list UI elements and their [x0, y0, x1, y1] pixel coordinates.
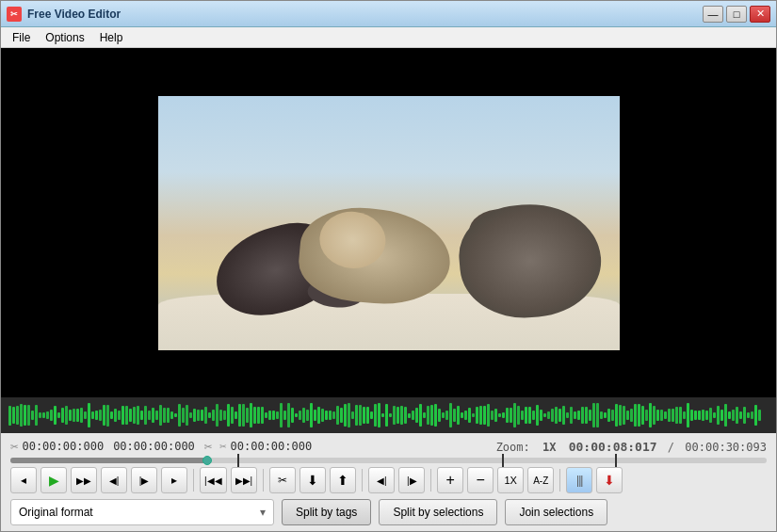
video-scene — [158, 96, 620, 350]
cut-button[interactable]: ✂ — [269, 467, 296, 493]
video-area — [1, 48, 776, 397]
waveform — [8, 402, 769, 428]
split-by-selections-button[interactable]: Split by selections — [379, 499, 497, 525]
play-button[interactable]: ▶ — [40, 467, 67, 493]
timecode-end: 00:00:00:000 — [113, 440, 195, 453]
export-button[interactable]: ⬇ — [596, 467, 623, 493]
zoom-out-button[interactable]: − — [467, 467, 494, 493]
menu-help[interactable]: Help — [92, 29, 131, 46]
scissors-icon: ✂ — [10, 439, 18, 454]
bottom-row: Original format ▾ Split by tags Split by… — [10, 499, 767, 525]
next-frame-button[interactable]: |▶ — [131, 467, 157, 493]
back-small-button[interactable]: ◂ — [10, 467, 37, 493]
zoom-value: 1X — [542, 441, 556, 454]
timecode-row: ✂ 00:00:00:000 00:00:00:000 ✂ ✂ 00:00:00… — [10, 439, 767, 454]
separator-1 — [193, 469, 194, 492]
video-player — [158, 96, 620, 350]
marker-3 — [615, 454, 617, 467]
titlebar: ✂ Free Video Editor — □ ✕ — [1, 1, 776, 27]
minimize-button[interactable]: — — [703, 6, 723, 23]
progress-thumb[interactable] — [202, 456, 212, 465]
menu-options[interactable]: Options — [38, 29, 91, 46]
window-title: Free Video Editor — [27, 8, 703, 21]
forward-small-button[interactable]: ▸ — [161, 467, 187, 493]
prev-mark-button[interactable]: ◀| — [368, 467, 395, 493]
separator-4 — [430, 469, 431, 492]
main-window: ✂ Free Video Editor — □ ✕ File Options H… — [0, 0, 777, 532]
join-selections-button[interactable]: Join selections — [505, 499, 607, 525]
timecode-start: 00:00:00:000 — [22, 440, 104, 453]
menu-file[interactable]: File — [5, 29, 38, 46]
marker-2 — [502, 454, 504, 467]
progress-row[interactable] — [10, 458, 767, 463]
separator-3 — [362, 469, 363, 492]
skip-start-button[interactable]: |◀◀ — [200, 467, 227, 493]
progress-fill — [10, 458, 207, 463]
close-button[interactable]: ✕ — [750, 6, 770, 23]
zoom-in-button[interactable]: + — [437, 467, 463, 493]
sort-button[interactable]: A-Z — [527, 467, 554, 493]
skip-end-button[interactable]: ▶▶| — [231, 467, 258, 493]
zoom-1x-button[interactable]: 1X — [497, 467, 524, 493]
mark-out-button[interactable]: ⬆ — [330, 467, 356, 493]
next-mark-button[interactable]: |▶ — [398, 467, 425, 493]
timeline-area[interactable] — [1, 397, 776, 433]
time-separator: / — [668, 441, 674, 454]
controls-section: ✂ 00:00:00:000 00:00:00:000 ✂ ✂ 00:00:00… — [1, 433, 776, 531]
total-time: 00:00:30:093 — [685, 441, 767, 454]
menubar: File Options Help — [1, 27, 776, 48]
separator-5 — [559, 469, 560, 492]
mark-in-button[interactable]: ⬇ — [299, 467, 326, 493]
edit-markers-button[interactable]: ||| — [566, 467, 592, 493]
prev-frame-button[interactable]: ◀| — [101, 467, 127, 493]
marker-1 — [237, 454, 239, 467]
separator-2 — [263, 469, 264, 492]
zoom-label: Zoom: 1X 00:00:08:017 / 00:00:30:093 — [496, 440, 767, 454]
app-icon: ✂ — [7, 7, 22, 22]
format-select-text: Original format — [19, 506, 93, 519]
dropdown-arrow-icon: ▾ — [260, 506, 266, 519]
format-select[interactable]: Original format ▾ — [10, 499, 274, 525]
timecode-mid: 00:00:00:000 — [231, 440, 313, 453]
progress-bar[interactable] — [10, 458, 767, 463]
buttons-row: ◂ ▶ ▶▶ ◀| |▶ ▸ |◀◀ ▶▶| ✂ ⬇ ⬆ ◀| |▶ + − 1… — [10, 467, 767, 493]
timecode-sep: ✂ — [219, 440, 226, 453]
split-by-tags-button[interactable]: Split by tags — [282, 499, 371, 525]
titlebar-buttons: — □ ✕ — [703, 6, 770, 23]
maximize-button[interactable]: □ — [726, 6, 747, 23]
current-time: 00:00:08:017 — [569, 440, 657, 454]
play-fast-button[interactable]: ▶▶ — [71, 467, 97, 493]
scissors2-icon: ✂ — [204, 439, 212, 454]
